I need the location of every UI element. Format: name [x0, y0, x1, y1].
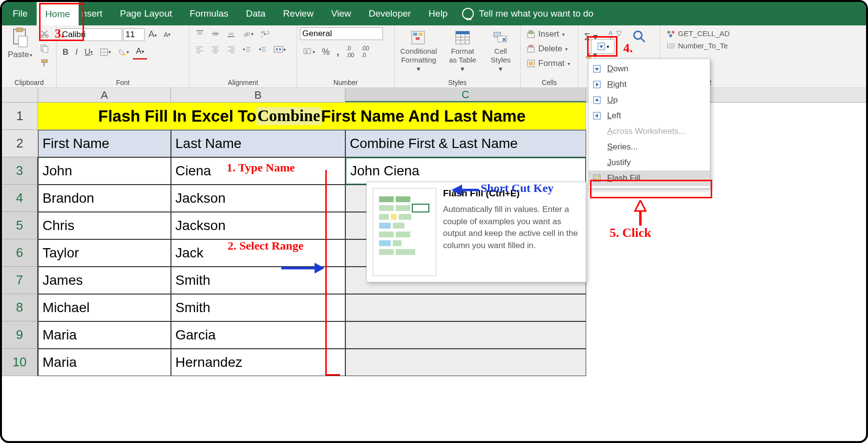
comma-style-icon[interactable]: , — [334, 44, 342, 60]
anno-line-v — [325, 170, 327, 375]
title-post: First Name And Last Name — [321, 107, 526, 126]
fill-justify-item[interactable]: Justify — [589, 155, 710, 170]
cell-c10[interactable] — [345, 349, 586, 376]
align-middle-icon[interactable] — [208, 27, 223, 40]
header-combine[interactable]: Combine First & Last Name — [345, 130, 586, 157]
align-top-icon[interactable] — [192, 27, 207, 40]
tell-me-search[interactable]: Tell me what you want to do — [462, 8, 593, 20]
cell-a6[interactable]: Taylor — [38, 239, 171, 267]
cell-a3[interactable]: John — [38, 157, 171, 185]
tab-developer[interactable]: Developer — [360, 2, 420, 25]
svg-point-75 — [669, 34, 672, 37]
format-icon — [527, 59, 535, 68]
fill-right-item[interactable]: Right — [589, 77, 710, 92]
merge-center-icon[interactable]: ▾ — [271, 43, 289, 56]
cell-a5[interactable]: Chris — [38, 212, 171, 239]
header-last-name[interactable]: Last Name — [171, 130, 345, 157]
cell-a10[interactable]: Maria — [38, 349, 171, 376]
svg-rect-93 — [594, 176, 596, 177]
flash-fill-tooltip-icon — [373, 188, 436, 276]
col-header-c[interactable]: C — [345, 88, 586, 102]
fill-up-item[interactable]: Up — [589, 92, 710, 108]
row-header-1[interactable]: 1 — [2, 103, 38, 130]
row-header-8[interactable]: 8 — [2, 294, 38, 321]
row-header-3[interactable]: 3 — [2, 157, 38, 185]
cell-b8[interactable]: Smith — [171, 294, 345, 321]
number-format-input[interactable] — [300, 27, 383, 40]
row-header-10[interactable]: 10 — [2, 349, 38, 376]
increase-font-icon[interactable]: A▴ — [146, 27, 160, 42]
col-header-a[interactable]: A — [38, 88, 171, 102]
underline-button[interactable]: U▾ — [82, 45, 96, 59]
cell-c3[interactable]: John Ciena — [345, 157, 586, 185]
cell-c9[interactable] — [345, 321, 586, 349]
align-center-icon[interactable] — [208, 43, 223, 56]
cell-a9[interactable]: Maria — [38, 321, 171, 349]
cell-b10[interactable]: Hernandez — [171, 349, 345, 376]
fill-color-icon[interactable]: ▾ — [115, 46, 132, 59]
percent-style-icon[interactable]: % — [319, 45, 333, 59]
title-cell[interactable]: Flash Fill In Excel To Combine First Nam… — [38, 103, 586, 130]
align-right-icon[interactable] — [224, 43, 238, 56]
svg-rect-99 — [379, 205, 394, 211]
conditional-formatting-button[interactable]: Conditional Formatting ▾ — [398, 27, 440, 75]
styles-group-label: Styles — [398, 78, 517, 86]
accounting-format-icon[interactable]: $▾ — [300, 45, 318, 58]
row-header-7[interactable]: 7 — [2, 267, 38, 294]
cell-a4[interactable]: Brandon — [38, 185, 171, 212]
cell-c8[interactable] — [345, 294, 586, 321]
wrap-text-icon[interactable]: abc — [257, 27, 273, 40]
svg-rect-106 — [393, 223, 404, 229]
col-header-b[interactable]: B — [171, 88, 345, 102]
alignment-group-label: Alignment — [192, 78, 294, 86]
row-header-6[interactable]: 6 — [2, 239, 38, 267]
cell-styles-button[interactable]: Cell Styles ▾ — [486, 27, 516, 75]
cell-b5[interactable]: Jackson — [171, 212, 345, 239]
tab-review[interactable]: Review — [275, 2, 322, 25]
header-first-name[interactable]: First Name — [38, 130, 171, 157]
cell-b4[interactable]: Jackson — [171, 185, 345, 212]
delete-cells-button[interactable]: Delete ▾ — [524, 42, 575, 56]
format-painter-icon[interactable] — [37, 57, 52, 69]
format-cells-button[interactable]: Format ▾ — [524, 57, 575, 70]
cell-a8[interactable]: Michael — [38, 294, 171, 321]
svg-rect-55 — [456, 31, 469, 34]
align-left-icon[interactable] — [192, 43, 207, 56]
font-color-icon[interactable]: A▾ — [133, 44, 147, 60]
row-header-2[interactable]: 2 — [2, 130, 38, 157]
bold-button[interactable]: B — [60, 45, 71, 59]
select-all-corner[interactable] — [2, 88, 38, 102]
insert-cells-button[interactable]: Insert ▾ — [524, 27, 575, 41]
copy-icon[interactable] — [37, 42, 52, 55]
fill-left-item[interactable]: Left — [589, 108, 710, 124]
tab-formulas[interactable]: Formulas — [181, 2, 237, 25]
decrease-indent-icon[interactable] — [239, 43, 254, 56]
row-header-4[interactable]: 4 — [2, 185, 38, 212]
fill-series-item[interactable]: Series... — [589, 139, 710, 155]
format-as-table-button[interactable]: Format as Table ▾ — [444, 27, 482, 75]
tab-view[interactable]: View — [322, 2, 360, 25]
svg-point-71 — [634, 31, 642, 39]
cell-b9[interactable]: Garcia — [171, 321, 345, 349]
row-header-9[interactable]: 9 — [2, 321, 38, 349]
tab-page-layout[interactable]: Page Layout — [111, 2, 181, 25]
tab-help[interactable]: Help — [420, 2, 456, 25]
svg-rect-7 — [42, 60, 47, 63]
get-cell-addr-button[interactable]: GET_CELL_AD — [663, 27, 745, 40]
tab-file[interactable]: File — [4, 2, 37, 25]
italic-button[interactable]: I — [72, 45, 81, 59]
orientation-icon[interactable]: ab▾ — [239, 27, 256, 40]
decrease-decimal-icon[interactable]: .00.0 — [358, 43, 372, 61]
decrease-font-icon[interactable]: A▾ — [161, 29, 173, 41]
number-to-text-button[interactable]: Number_To_Te — [663, 40, 745, 52]
align-bottom-icon[interactable] — [224, 27, 238, 40]
font-size-input[interactable] — [123, 28, 145, 41]
row-header-5[interactable]: 5 — [2, 212, 38, 239]
fill-down-item[interactable]: Down — [589, 61, 710, 77]
tab-data[interactable]: Data — [237, 2, 274, 25]
cell-a7[interactable]: James — [38, 267, 171, 294]
increase-decimal-icon[interactable]: .0.00 — [343, 43, 358, 61]
increase-indent-icon[interactable] — [255, 43, 270, 56]
borders-icon[interactable]: ▾ — [97, 46, 114, 59]
paste-button[interactable]: Paste▾ — [5, 48, 35, 62]
